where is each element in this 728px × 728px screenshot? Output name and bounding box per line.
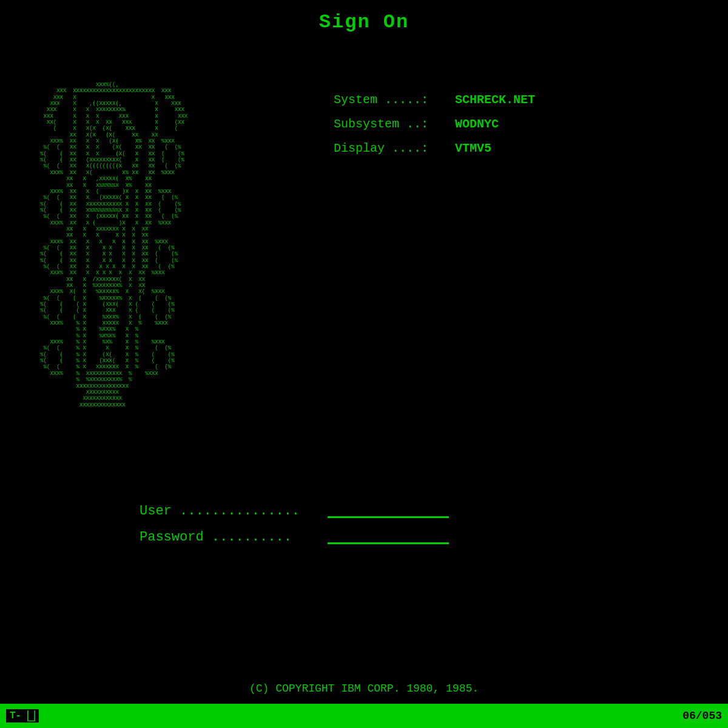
page-title: Sign On bbox=[0, 0, 728, 33]
user-input[interactable] bbox=[328, 505, 449, 518]
terminal-label: T- bbox=[10, 710, 21, 721]
ascii-art-logo: XXX%((, XXX XXXXXXXXXXXXXXXXXXXXXXXXX XX… bbox=[30, 82, 285, 408]
password-row: Password .......... bbox=[140, 530, 449, 545]
status-bar-right: 06/053 bbox=[682, 710, 722, 722]
password-input[interactable] bbox=[328, 531, 449, 544]
display-row: Display ....: VTMV5 bbox=[334, 136, 535, 161]
copyright-text: (C) COPYRIGHT IBM CORP. 1980, 1985. bbox=[0, 682, 728, 695]
status-bar: T- █ 06/053 bbox=[0, 704, 728, 728]
subsystem-value: WODNYC bbox=[455, 112, 499, 136]
subsystem-label: Subsystem ..: bbox=[334, 112, 455, 136]
system-label: System .....: bbox=[334, 88, 455, 112]
screen: Sign On XXX%((, XXX XXXXXXXXXXXXXXXXXXXX… bbox=[0, 0, 728, 728]
display-value: VTMV5 bbox=[455, 136, 491, 161]
terminal-indicator: T- █ bbox=[6, 709, 39, 723]
subsystem-row: Subsystem ..: WODNYC bbox=[334, 112, 535, 136]
system-value: SCHRECK.NET bbox=[455, 88, 535, 112]
main-area: XXX%((, XXX XXXXXXXXXXXXXXXXXXXXXXXXX XX… bbox=[0, 82, 728, 408]
user-label: User ............... bbox=[140, 504, 328, 519]
system-row: System .....: SCHRECK.NET bbox=[334, 88, 535, 112]
system-info-panel: System .....: SCHRECK.NET Subsystem ..: … bbox=[334, 88, 535, 408]
user-row: User ............... bbox=[140, 504, 449, 519]
password-label: Password .......... bbox=[140, 530, 328, 545]
login-area: User ............... Password .......... bbox=[140, 504, 449, 556]
terminal-cursor: █ bbox=[27, 710, 36, 721]
display-label: Display ....: bbox=[334, 136, 455, 161]
status-bar-left: T- █ bbox=[6, 709, 39, 723]
